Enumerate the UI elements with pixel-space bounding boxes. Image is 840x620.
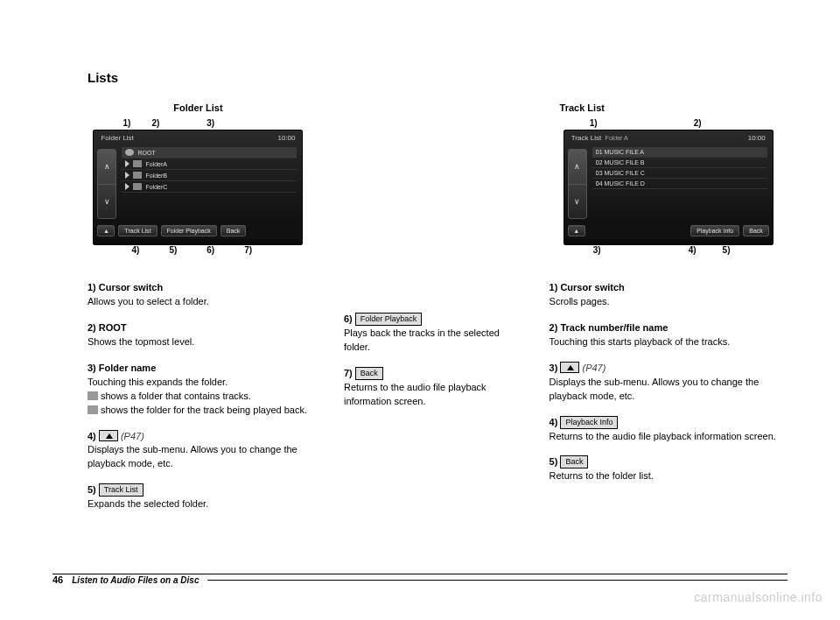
callout-1: 1): [122, 118, 130, 128]
desc-extra: shows a folder that contains tracks.: [101, 391, 251, 401]
desc-item-r3: 3) (P47) Displays the sub-menu. Allows y…: [550, 362, 788, 404]
desc-item-1: 1) Cursor switch Allows you to select a …: [88, 281, 309, 309]
callout-4: 4): [131, 245, 139, 255]
folder-icon: [133, 183, 142, 190]
cursor-switch-icon[interactable]: ∧ ∨: [97, 149, 116, 219]
desc-num: 1): [88, 282, 96, 292]
folder-tracks-icon: [88, 391, 98, 400]
section-title: Lists: [88, 70, 788, 85]
track-row-label: 04 MUSIC FILE D: [596, 180, 645, 187]
desc-item-r1: 1) Cursor switch Scrolls pages.: [550, 281, 788, 309]
folder-row-label: FolderC: [145, 184, 167, 190]
desc-item-3: 3) Folder name Touching this expands the…: [88, 362, 309, 418]
folder-row-label: ROOT: [137, 150, 155, 156]
folder-row[interactable]: FolderC: [122, 181, 297, 193]
desc-body: Touching this starts playback of the tra…: [550, 336, 731, 347]
desc-item-6: 6) Folder Playback Plays back the tracks…: [344, 313, 514, 355]
submenu-button[interactable]: ▲: [568, 225, 585, 236]
back-button[interactable]: Back: [743, 225, 769, 236]
cursor-switch-icon[interactable]: ∧ ∨: [568, 149, 587, 219]
track-list-screen: Track List Folder A 10:00 ∧ ∨ 01 MUSIC F…: [564, 130, 774, 245]
back-button[interactable]: Back: [220, 225, 247, 236]
desc-num: 3): [88, 363, 96, 373]
callout-2: 2): [151, 118, 159, 128]
callout-7: 7): [244, 245, 252, 255]
track-screen-title: Track List: [571, 134, 601, 142]
desc-num: 4): [88, 431, 96, 441]
footer-rule-icon: [207, 580, 788, 581]
desc-ref: (P47): [582, 363, 606, 373]
desc-body: Plays back the tracks in the selected fo…: [344, 328, 500, 352]
submenu-button[interactable]: ▲: [97, 225, 115, 236]
desc-ref: (P47): [121, 431, 144, 441]
callout-5: 5): [169, 245, 177, 255]
track-screen-subtitle: Folder A: [606, 135, 628, 141]
disc-icon: [125, 149, 134, 156]
desc-body: Returns to the audio file playback infor…: [550, 431, 776, 441]
page-number: 46: [52, 574, 63, 585]
callout-2: 2): [694, 118, 702, 128]
desc-item-r5: 5) Back Returns to the folder list.: [550, 455, 788, 483]
desc-num: 5): [88, 484, 96, 495]
track-row[interactable]: 03 MUSIC FILE C: [592, 168, 767, 179]
track-row[interactable]: 01 MUSIC FILE A: [592, 147, 767, 158]
playbackinfo-button[interactable]: Playback Info: [690, 225, 739, 236]
folder-icon: [133, 172, 142, 179]
desc-title: Cursor switch: [99, 282, 163, 292]
track-row-label: 01 MUSIC FILE A: [596, 149, 644, 155]
desc-item-4: 4) (P47) Displays the sub-menu. Allows y…: [88, 430, 309, 472]
folder-screen-title: Folder List: [101, 134, 133, 142]
track-callouts-top: 1) 2): [564, 118, 774, 130]
desc-item-2: 2) ROOT Shows the topmost level.: [88, 321, 309, 349]
desc-body: Returns to the folder list.: [550, 470, 654, 481]
desc-num: 2): [88, 322, 96, 333]
desc-num: 3): [550, 363, 558, 373]
callout-5: 5): [723, 245, 731, 255]
scroll-down-icon[interactable]: ∨: [98, 185, 116, 219]
folder-list-screen: Folder List 10:00 ∧ ∨ ROOT FolderA Folde…: [93, 130, 303, 245]
desc-body: Returns to the audio file playback infor…: [344, 382, 486, 406]
folderplayback-label-icon: Folder Playback: [355, 313, 423, 326]
page-footer: 46 Listen to Audio Files on a Disc: [52, 574, 788, 585]
track-row[interactable]: 02 MUSIC FILE B: [592, 158, 767, 168]
scroll-up-icon[interactable]: ∧: [569, 150, 586, 185]
folder-list-caption: Folder List: [88, 102, 309, 113]
callout-6: 6): [206, 245, 214, 255]
track-row-label: 02 MUSIC FILE B: [596, 159, 645, 166]
desc-item-7: 7) Back Returns to the audio file playba…: [344, 367, 514, 409]
desc-title: Cursor switch: [560, 282, 624, 292]
triangle-up-icon: [99, 430, 118, 441]
callout-3: 3): [206, 118, 214, 128]
play-icon: [125, 172, 130, 179]
desc-extra: shows the folder for the track being pla…: [101, 405, 307, 415]
desc-title: Folder name: [99, 363, 156, 373]
tracklist-button[interactable]: Track List: [118, 225, 157, 236]
folder-row-label: FolderA: [145, 161, 167, 167]
play-icon: [125, 160, 130, 167]
folder-row-root[interactable]: ROOT: [122, 147, 297, 159]
desc-num: 4): [550, 417, 558, 427]
folder-icon: [133, 160, 142, 167]
callout-3: 3): [593, 245, 601, 255]
watermark: carmanualsonline.info: [694, 590, 822, 604]
desc-num: 1): [550, 282, 558, 292]
scroll-up-icon[interactable]: ∧: [98, 150, 116, 185]
folder-screen-time: 10:00: [277, 134, 295, 142]
desc-body: Expands the selected folder.: [88, 498, 208, 509]
desc-body: Shows the topmost level.: [88, 336, 194, 347]
folderplayback-button[interactable]: Folder Playback: [161, 225, 217, 236]
callout-4: 4): [689, 245, 696, 255]
desc-item-r4: 4) Playback Info Returns to the audio fi…: [550, 416, 788, 444]
scroll-down-icon[interactable]: ∨: [569, 185, 586, 219]
track-screen-time: 10:00: [748, 134, 766, 142]
folder-row[interactable]: FolderA: [122, 159, 297, 170]
folder-playing-icon: [88, 405, 98, 414]
folder-callouts-bottom: 4) 5) 6) 7): [93, 245, 303, 257]
desc-title: ROOT: [99, 322, 127, 333]
track-row-label: 03 MUSIC FILE C: [596, 170, 645, 176]
desc-num: 6): [344, 314, 353, 324]
track-row[interactable]: 04 MUSIC FILE D: [592, 179, 767, 189]
desc-title: Track number/file name: [560, 322, 668, 333]
playbackinfo-label-icon: Playback Info: [560, 416, 618, 429]
folder-row[interactable]: FolderB: [122, 170, 297, 181]
